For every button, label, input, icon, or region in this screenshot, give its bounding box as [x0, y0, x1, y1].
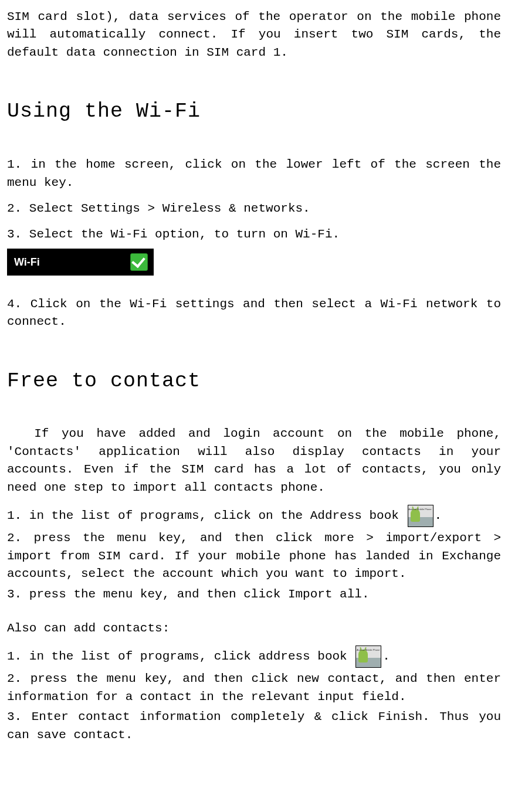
add-step-1: 1. in the list of programs, click addres…	[7, 645, 501, 668]
wifi-step-1: 1. in the home screen, click on the lowe…	[7, 156, 501, 192]
checkmark-icon	[130, 253, 148, 271]
heading-using-wifi: Using the Wi-Fi	[7, 97, 501, 127]
import-step-1: 1. in the list of programs, click on the…	[7, 505, 501, 527]
intro-paragraph: SIM card slot), data services of the ope…	[7, 8, 501, 62]
import-step-2: 2. press the menu key, and then click mo…	[7, 529, 501, 583]
import-step-1-text-after: .	[435, 509, 442, 522]
address-book-icon-caption: Android Mobile Phone	[357, 648, 380, 651]
add-step-3: 3. Enter contact information completely …	[7, 708, 501, 744]
wifi-toggle-label: Wi-Fi	[14, 254, 40, 270]
address-book-icon-caption: Android Mobile Phone	[408, 508, 431, 511]
add-step-1-text-after: .	[382, 650, 390, 663]
also-can-add-label: Also can add contacts:	[7, 620, 501, 637]
heading-free-to-contact: Free to contact	[7, 366, 501, 396]
add-step-1-text-before: 1. in the list of programs, click addres…	[7, 650, 347, 663]
import-step-3: 3. press the menu key, and then click Im…	[7, 586, 501, 603]
wifi-step-3: 3. Select the Wi-Fi option, to turn on W…	[7, 226, 501, 243]
import-step-1-text-before: 1. in the list of programs, click on the…	[7, 509, 399, 522]
address-book-icon: Android Mobile Phone	[408, 505, 434, 527]
wifi-step-4: 4. Click on the Wi-Fi settings and then …	[7, 295, 501, 331]
wifi-step-2: 2. Select Settings > Wireless & networks…	[7, 200, 501, 218]
add-step-2: 2. press the menu key, and then click ne…	[7, 670, 501, 706]
wifi-toggle[interactable]: Wi-Fi	[7, 249, 154, 276]
contact-intro-paragraph: If you have added and login account on t…	[7, 425, 501, 497]
address-book-icon: Android Mobile Phone	[355, 645, 381, 668]
